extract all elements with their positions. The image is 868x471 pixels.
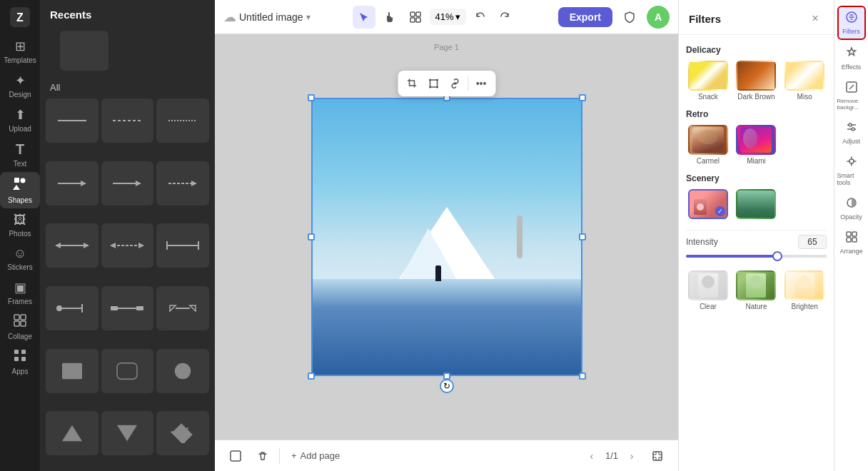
shape-cell[interactable] [101, 98, 154, 143]
shape-cell[interactable] [46, 98, 99, 143]
sidebar-item-frames[interactable]: ▣ Frames [0, 275, 40, 310]
add-page-button[interactable]: + Add page [286, 447, 345, 464]
fit-page-button[interactable] [647, 445, 668, 467]
shape-cell[interactable] [46, 223, 99, 268]
resize-handle-tr[interactable] [579, 94, 586, 101]
crop-button[interactable] [402, 74, 422, 93]
filter-item-scenery1[interactable]: ✓ [686, 189, 730, 221]
filter-item-dark-brown[interactable]: Dark Brown [735, 61, 779, 101]
shape-cell[interactable] [101, 411, 154, 455]
resize-handle-mr[interactable] [579, 233, 586, 240]
export-button[interactable]: Export [558, 7, 612, 27]
undo-button[interactable] [469, 6, 492, 29]
title-area[interactable]: ☁ Untitled image ▾ [223, 9, 311, 25]
collapse-handle[interactable] [517, 216, 523, 258]
shape-cell[interactable] [46, 411, 99, 455]
filter-item-miso[interactable]: Miso [782, 61, 827, 101]
svg-marker-37 [170, 305, 176, 311]
right-icon-effects[interactable]: Effects [837, 43, 866, 74]
sidebar-item-text[interactable]: T Text [0, 137, 40, 172]
intensity-thumb[interactable] [772, 251, 782, 261]
filter-label-carmel: Carmel [697, 157, 720, 165]
sidebar-item-apps[interactable]: Apps [0, 345, 40, 380]
shape-cell[interactable] [101, 286, 154, 330]
right-icon-opacity[interactable]: Opacity [837, 193, 866, 224]
sidebar-item-upload[interactable]: ⬆ Upload [0, 103, 40, 137]
svg-rect-40 [62, 363, 82, 378]
user-avatar-button[interactable]: A [647, 6, 670, 29]
redo-button[interactable] [493, 6, 516, 29]
filter-item-snack[interactable]: Snack [686, 61, 730, 101]
intensity-slider[interactable] [686, 255, 827, 258]
shield-button[interactable] [618, 6, 641, 29]
svg-rect-46 [173, 423, 193, 443]
filters-panel: Filters × Delicacy Snack Dark Brown Miso… [678, 0, 834, 471]
shape-cell[interactable] [156, 223, 209, 268]
shape-cell[interactable] [156, 349, 209, 393]
shape-cell[interactable] [156, 98, 209, 143]
svg-point-53 [436, 79, 438, 81]
sidebar-item-design[interactable]: ✦ Design [0, 69, 40, 103]
svg-rect-5 [14, 315, 19, 320]
select-tool-button[interactable] [353, 6, 375, 29]
transform-button[interactable] [423, 74, 443, 93]
sidebar-item-label: Apps [12, 368, 29, 375]
right-icon-remove-bg[interactable]: Remove backgr... [837, 77, 866, 114]
more-options-button[interactable]: ••• [471, 74, 491, 93]
plus-icon: + [291, 450, 297, 461]
shape-cell[interactable] [101, 161, 154, 206]
recents-thumbnail[interactable] [60, 31, 108, 71]
filter-item-brighten[interactable]: Brighten [782, 270, 827, 310]
shape-cell[interactable] [101, 223, 154, 268]
resize-handle-tl[interactable] [308, 94, 315, 101]
next-page-button[interactable]: › [622, 447, 641, 465]
floating-toolbar: ••• [398, 71, 495, 96]
hand-tool-button[interactable] [378, 6, 401, 29]
shape-cell[interactable] [46, 349, 99, 393]
sidebar-item-label: Collage [8, 333, 32, 340]
filter-label-miami: Miami [747, 157, 766, 165]
zoom-control[interactable]: 41% ▾ [430, 9, 466, 25]
filter-item-clear[interactable]: Clear [686, 270, 730, 310]
sidebar-item-stickers[interactable]: ☺ Stickers [0, 242, 40, 275]
document-title: Untitled image [239, 11, 303, 23]
resize-handle-ml[interactable] [308, 233, 315, 240]
frame-add-button[interactable] [225, 445, 246, 467]
adjust-label: Adjust [842, 138, 860, 145]
right-icon-smart-tools[interactable]: Smart tools [837, 151, 866, 190]
filter-item-miami[interactable]: Miami [735, 125, 779, 165]
filter-item-scenery2[interactable] [735, 189, 779, 221]
shape-cell[interactable] [156, 161, 209, 206]
prev-page-button[interactable]: ‹ [582, 447, 601, 465]
resize-handle-br[interactable] [579, 373, 586, 380]
sidebar-item-photos[interactable]: 🖼 Photos [0, 208, 40, 242]
svg-rect-41 [117, 363, 137, 378]
svg-rect-50 [416, 18, 420, 22]
app-logo[interactable]: Z [9, 6, 31, 29]
rotate-handle[interactable]: ↻ [440, 379, 454, 393]
close-filters-button[interactable]: × [807, 10, 824, 27]
right-icon-arrange[interactable]: Arrange [837, 227, 866, 258]
shape-cell[interactable] [101, 349, 154, 393]
layout-tool-button[interactable] [404, 6, 427, 29]
shape-cell[interactable] [156, 286, 209, 330]
filter-item-nature[interactable]: Nature [735, 270, 779, 310]
svg-marker-21 [191, 181, 197, 186]
canvas-frame[interactable]: ↻ ••• [311, 98, 582, 376]
intensity-label-row: Intensity 65 [686, 235, 827, 249]
shape-cell[interactable] [156, 411, 209, 455]
filters-body: Delicacy Snack Dark Brown Miso Retro [679, 35, 834, 471]
delete-button[interactable] [252, 445, 273, 467]
sidebar-item-templates[interactable]: ⊞ Templates [0, 34, 40, 69]
filter-item-carmel[interactable]: Carmel [686, 125, 730, 165]
sidebar-item-shapes[interactable]: Shapes [0, 172, 40, 208]
link-button[interactable] [445, 74, 465, 93]
filter-label-miso: Miso [797, 93, 812, 101]
right-icon-filters[interactable]: Filters [837, 6, 866, 40]
right-icon-adjust[interactable]: Adjust [837, 117, 866, 148]
shape-cell[interactable] [46, 161, 99, 206]
resize-handle-bl[interactable] [308, 373, 315, 380]
shape-cell[interactable] [46, 286, 99, 330]
page-label: Page 1 [434, 43, 459, 51]
sidebar-item-collage[interactable]: Collage [0, 310, 40, 345]
